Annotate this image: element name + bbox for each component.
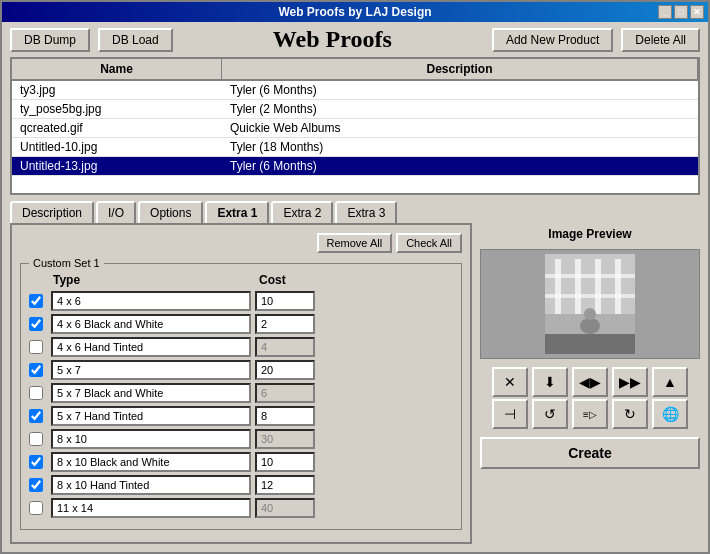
table-cell-name: ty3.jpg bbox=[12, 81, 222, 99]
product-checkbox[interactable] bbox=[29, 501, 43, 515]
custom-set-fieldset: Custom Set 1 Type Cost bbox=[20, 257, 462, 530]
table-row[interactable]: ty_pose5bg.jpg Tyler (2 Months) bbox=[12, 100, 698, 119]
rotate-right-icon-button[interactable]: ↻ bbox=[612, 399, 648, 429]
product-cost-input bbox=[255, 337, 315, 357]
product-row bbox=[29, 337, 453, 357]
tab-i/o[interactable]: I/O bbox=[96, 201, 136, 223]
product-cost-input bbox=[255, 429, 315, 449]
svg-point-8 bbox=[580, 318, 600, 334]
up-icon-button[interactable]: ▲ bbox=[652, 367, 688, 397]
table-body: ty3.jpg Tyler (6 Months) ty_pose5bg.jpg … bbox=[12, 81, 698, 193]
product-name-input[interactable] bbox=[51, 314, 251, 334]
product-cost-input bbox=[255, 498, 315, 518]
product-checkbox[interactable] bbox=[29, 432, 43, 446]
tab-description[interactable]: Description bbox=[10, 201, 94, 223]
product-name-input[interactable] bbox=[51, 429, 251, 449]
svg-point-9 bbox=[584, 308, 596, 320]
product-cost-input[interactable] bbox=[255, 452, 315, 472]
type-col-header: Type bbox=[29, 273, 259, 287]
product-cost-input[interactable] bbox=[255, 475, 315, 495]
delete-all-button[interactable]: Delete All bbox=[621, 28, 700, 52]
db-dump-button[interactable]: DB Dump bbox=[10, 28, 90, 52]
text-icon-button[interactable]: ≡▷ bbox=[572, 399, 608, 429]
table-cell-desc: Tyler (6 Months) bbox=[222, 157, 698, 175]
table-row[interactable]: Untitled-13.jpg Tyler (6 Months) bbox=[12, 157, 698, 176]
tabs-area: DescriptionI/OOptionsExtra 1Extra 2Extra… bbox=[2, 195, 708, 223]
product-row bbox=[29, 498, 453, 518]
tab-options[interactable]: Options bbox=[138, 201, 203, 223]
product-row bbox=[29, 314, 453, 334]
maximize-button[interactable]: □ bbox=[674, 5, 688, 19]
tab-extra-2[interactable]: Extra 2 bbox=[271, 201, 333, 223]
svg-rect-5 bbox=[615, 259, 621, 314]
remove-all-button[interactable]: Remove All bbox=[317, 233, 393, 253]
product-checkbox[interactable] bbox=[29, 409, 43, 423]
svg-rect-3 bbox=[575, 259, 581, 314]
product-cost-input[interactable] bbox=[255, 360, 315, 380]
table-cell-desc: Quickie Web Albums bbox=[222, 119, 698, 137]
col-headers: Type Cost bbox=[29, 273, 453, 287]
product-row bbox=[29, 429, 453, 449]
product-name-input[interactable] bbox=[51, 452, 251, 472]
prev-icon-button[interactable]: ◀▶ bbox=[572, 367, 608, 397]
product-name-input[interactable] bbox=[51, 498, 251, 518]
file-table: Name Description ty3.jpg Tyler (6 Months… bbox=[10, 57, 700, 195]
x-icon-button[interactable]: ✕ bbox=[492, 367, 528, 397]
product-name-input[interactable] bbox=[51, 337, 251, 357]
product-cost-input[interactable] bbox=[255, 314, 315, 334]
app-title: Web Proofs bbox=[181, 26, 484, 53]
table-cell-name: Untitled-10.jpg bbox=[12, 138, 222, 156]
table-cell-name: Untitled-13.jpg bbox=[12, 157, 222, 175]
main-window: Web Proofs by LAJ Design _ □ ✕ DB Dump D… bbox=[0, 0, 710, 554]
product-name-input[interactable] bbox=[51, 383, 251, 403]
table-cell-desc: Tyler (6 Months) bbox=[222, 81, 698, 99]
product-checkbox[interactable] bbox=[29, 455, 43, 469]
product-checkbox[interactable] bbox=[29, 386, 43, 400]
close-button[interactable]: ✕ bbox=[690, 5, 704, 19]
table-row[interactable]: qcreated.gif Quickie Web Albums bbox=[12, 119, 698, 138]
product-row bbox=[29, 475, 453, 495]
main-content: Remove All Check All Custom Set 1 Type C… bbox=[2, 223, 708, 552]
add-new-product-button[interactable]: Add New Product bbox=[492, 28, 613, 52]
create-button[interactable]: Create bbox=[480, 437, 700, 469]
product-name-input[interactable] bbox=[51, 291, 251, 311]
table-cell-name: ty_pose5bg.jpg bbox=[12, 100, 222, 118]
product-row bbox=[29, 360, 453, 380]
table-row[interactable]: Untitled-10.jpg Tyler (18 Months) bbox=[12, 138, 698, 157]
check-all-button[interactable]: Check All bbox=[396, 233, 462, 253]
product-row bbox=[29, 406, 453, 426]
product-name-input[interactable] bbox=[51, 406, 251, 426]
custom-set-legend: Custom Set 1 bbox=[29, 257, 104, 269]
window-title: Web Proofs by LAJ Design bbox=[278, 5, 431, 19]
window-controls: _ □ ✕ bbox=[658, 5, 704, 19]
rotate-left-icon-button[interactable]: ↺ bbox=[532, 399, 568, 429]
icon-row-2: ⊣ ↺ ≡▷ ↻ 🌐 bbox=[480, 399, 700, 429]
table-header: Name Description bbox=[12, 59, 698, 81]
left-icon-button[interactable]: ⊣ bbox=[492, 399, 528, 429]
product-cost-input[interactable] bbox=[255, 291, 315, 311]
svg-rect-6 bbox=[545, 274, 635, 278]
product-checkbox[interactable] bbox=[29, 363, 43, 377]
download-icon-button[interactable]: ⬇ bbox=[532, 367, 568, 397]
product-checkbox[interactable] bbox=[29, 317, 43, 331]
tab-extra-1[interactable]: Extra 1 bbox=[205, 201, 269, 223]
next-icon-button[interactable]: ▶▶ bbox=[612, 367, 648, 397]
product-name-input[interactable] bbox=[51, 360, 251, 380]
product-cost-input[interactable] bbox=[255, 406, 315, 426]
db-load-button[interactable]: DB Load bbox=[98, 28, 173, 52]
tab-extra-3[interactable]: Extra 3 bbox=[335, 201, 397, 223]
product-checkbox[interactable] bbox=[29, 478, 43, 492]
preview-image bbox=[545, 254, 635, 354]
product-name-input[interactable] bbox=[51, 475, 251, 495]
image-preview-box bbox=[480, 249, 700, 359]
toolbar: DB Dump DB Load Web Proofs Add New Produ… bbox=[2, 22, 708, 57]
globe-icon-button[interactable]: 🌐 bbox=[652, 399, 688, 429]
product-row bbox=[29, 291, 453, 311]
product-row bbox=[29, 452, 453, 472]
minimize-button[interactable]: _ bbox=[658, 5, 672, 19]
product-checkbox[interactable] bbox=[29, 340, 43, 354]
product-checkbox[interactable] bbox=[29, 294, 43, 308]
right-panel: Image Preview bbox=[480, 223, 700, 544]
product-row bbox=[29, 383, 453, 403]
table-row[interactable]: ty3.jpg Tyler (6 Months) bbox=[12, 81, 698, 100]
